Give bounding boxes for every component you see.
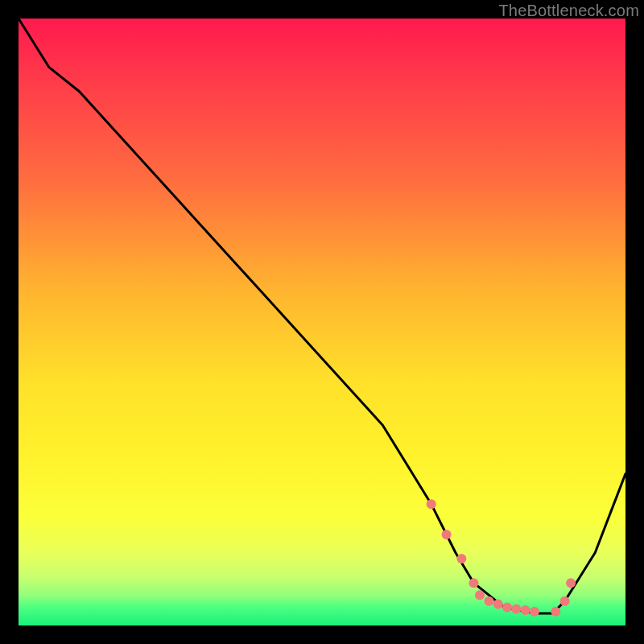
highlight-dot (521, 605, 530, 615)
bottleneck-curve-path (19, 19, 625, 613)
highlight-dot (469, 578, 479, 588)
highlight-dot (502, 602, 512, 612)
bottleneck-curve (19, 19, 625, 613)
chart-svg (19, 19, 625, 625)
highlight-dot (427, 499, 436, 509)
highlight-dot (442, 530, 452, 539)
highlight-dot (475, 590, 485, 600)
chart-area (19, 19, 625, 625)
highlight-dot (493, 600, 503, 609)
watermark-label: TheBottleneck.com (498, 2, 639, 20)
highlight-dot (456, 554, 466, 564)
highlight-dot (511, 605, 521, 614)
highlight-dot (560, 597, 570, 606)
highlight-dots (427, 499, 576, 617)
highlight-dot (530, 607, 539, 617)
highlight-dot (551, 607, 560, 617)
highlight-dot (484, 597, 493, 606)
highlight-dot (566, 578, 576, 588)
